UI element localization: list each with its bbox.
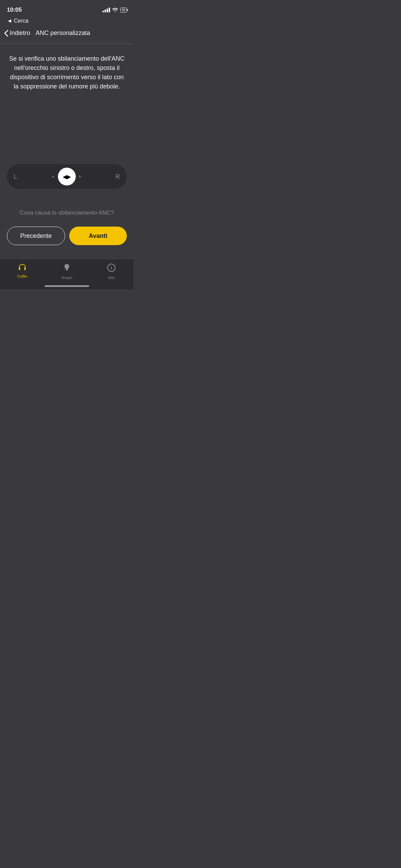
next-button[interactable]: Avanti [69, 227, 127, 245]
tab-bar: Cuffie Scopri i Info [0, 259, 134, 282]
slider-right-label: R [116, 173, 120, 180]
search-link[interactable]: ◄ Cerca [0, 17, 134, 25]
signal-bars-icon [102, 8, 110, 12]
previous-button[interactable]: Precedente [7, 227, 65, 245]
slider-thumb[interactable]: ◀▶ [58, 168, 76, 185]
home-indicator [0, 282, 134, 289]
status-icons: 90 [102, 7, 127, 13]
slider-dots: ◀▶ [21, 176, 112, 178]
slider-track[interactable]: L ◀▶ R [7, 164, 127, 189]
slider-left-label: L [14, 173, 17, 180]
slider-dot [79, 176, 81, 178]
page-title: ANC personalizzata [36, 29, 90, 37]
action-buttons: Precedente Avanti [7, 227, 127, 252]
tab-scopri[interactable]: Scopri [57, 263, 77, 280]
tab-info[interactable]: i Info [101, 263, 122, 280]
battery-icon: 90 [120, 8, 127, 13]
home-bar [45, 285, 89, 287]
status-time: 10:05 [7, 7, 22, 13]
slider-dot [52, 176, 54, 178]
anc-slider-area: L ◀▶ R [7, 164, 127, 189]
tab-info-label: Info [108, 276, 114, 280]
nav-header: Indietro ANC personalizzata [0, 25, 134, 44]
instruction-text: Se si verifica uno sbilanciamento dell'A… [7, 54, 127, 91]
main-content: Se si verifica uno sbilanciamento dell'A… [0, 44, 134, 259]
tab-scopri-label: Scopri [61, 276, 72, 280]
svg-text:i: i [111, 265, 112, 270]
tab-cuffie[interactable]: Cuffie [12, 263, 33, 278]
wifi-icon [112, 7, 118, 13]
lightbulb-icon [63, 263, 71, 274]
question-text: Cosa causa lo sbilanciamento ANC? [7, 209, 127, 216]
back-button[interactable]: Indietro [4, 28, 33, 38]
back-button-label: Indietro [10, 29, 30, 37]
search-link-label: ◄ Cerca [7, 18, 28, 24]
info-icon: i [107, 263, 116, 274]
headphones-icon [17, 263, 27, 273]
status-bar: 10:05 90 [0, 0, 134, 17]
slider-thumb-icon: ◀▶ [63, 173, 71, 180]
tab-cuffie-label: Cuffie [17, 274, 27, 278]
battery-level: 90 [122, 8, 125, 12]
